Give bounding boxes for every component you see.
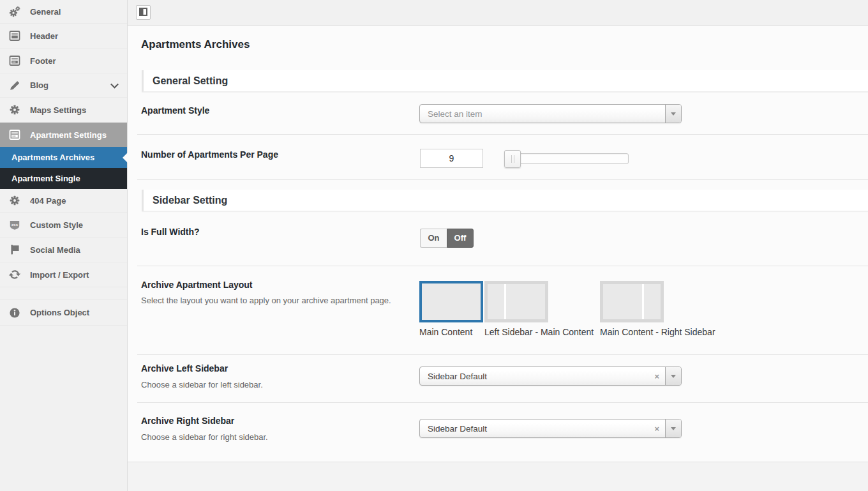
sidebar-item-label: General <box>30 7 61 17</box>
layout-option-label: Main Content - Right Sidebar <box>600 327 721 337</box>
header-icon <box>8 29 21 42</box>
archive-left-sidebar-description: Choose a sidebar for left sidebar. <box>141 380 263 389</box>
sidebar-item-404-page[interactable]: 404 Page <box>0 189 127 213</box>
select-placeholder: Select an item <box>420 109 665 119</box>
sidebar-item-maps-settings[interactable]: Maps Settings <box>0 98 127 123</box>
chevron-down-icon <box>671 427 676 430</box>
sidebar-toggle-button[interactable] <box>136 5 151 20</box>
chevron-down-icon <box>110 80 119 88</box>
gear-icon <box>8 103 21 116</box>
sidebar-item-label: Blog <box>30 80 49 90</box>
sidebar-item-label: Apartments Archives <box>0 153 94 162</box>
archive-layout-label: Archive Apartment Layout <box>141 280 253 290</box>
thumb-content-cell <box>603 284 642 319</box>
svg-text:css: css <box>11 223 19 227</box>
section-title: General Setting <box>144 70 868 91</box>
chevron-down-icon <box>671 112 676 116</box>
sidebar-item-apartments-archives[interactable]: Apartments Archives <box>0 147 127 168</box>
section-header-general-setting: General Setting <box>142 70 868 92</box>
archive-right-sidebar-description: Choose a sidebar for right sidebar. <box>141 432 268 442</box>
gear-icon <box>8 194 21 207</box>
info-icon <box>8 306 21 319</box>
settings-panel: Apartments Archives General Setting Apar… <box>128 26 868 462</box>
layout-thumbnail <box>600 281 664 322</box>
row-divider <box>137 354 868 355</box>
thumb-content-cell <box>506 284 545 319</box>
sidebar-item-label: Custom Style <box>30 220 83 230</box>
sidebar-item-general[interactable]: General <box>0 0 127 24</box>
slider-grip-icon <box>511 155 514 163</box>
panel-icon <box>8 128 21 141</box>
sidebar-item-apartment-single[interactable]: Apartment Single <box>0 168 127 189</box>
dropdown-button[interactable] <box>665 367 681 385</box>
sidebar-item-header[interactable]: Header <box>0 24 127 49</box>
archive-left-sidebar-label: Archive Left Sidebar <box>141 363 228 374</box>
sidebar-item-label: Maps Settings <box>30 105 86 115</box>
section-header-sidebar-setting: Sidebar Setting <box>142 190 868 211</box>
per-page-slider-track[interactable] <box>508 153 629 164</box>
dropdown-button[interactable] <box>665 419 681 437</box>
per-page-input[interactable] <box>420 149 483 168</box>
options-page: General Header <box>0 0 868 491</box>
layout-option-main-content[interactable]: Main Content <box>419 281 484 337</box>
section-title: Sidebar Setting <box>144 190 868 211</box>
footer-icon <box>8 54 21 67</box>
archive-right-sidebar-label: Archive Right Sidebar <box>141 416 234 426</box>
layout-option-label: Main Content <box>419 327 484 337</box>
sidebar-item-label: Apartment Single <box>0 174 80 183</box>
sidebar-item-label: Social Media <box>30 245 80 255</box>
row-divider <box>137 134 868 135</box>
sidebar-item-label: 404 Page <box>30 196 66 206</box>
clear-x-icon[interactable] <box>652 424 665 434</box>
css-badge-icon: css <box>8 218 21 231</box>
layout-thumbnail <box>484 281 548 322</box>
archive-left-sidebar-select[interactable]: Sidebar Default <box>419 366 682 386</box>
row-divider <box>137 179 868 180</box>
apartment-style-label: Apartment Style <box>141 105 209 116</box>
flag-icon <box>8 243 21 256</box>
layout-options: Main Content Left Sidebar - Main Content… <box>419 281 722 337</box>
full-width-label: Is Full Width? <box>141 227 200 237</box>
topbar <box>128 0 868 26</box>
sidebar-item-footer[interactable]: Footer <box>0 49 127 73</box>
clear-x-icon[interactable] <box>652 372 665 381</box>
sync-icon <box>8 268 21 281</box>
dropdown-button[interactable] <box>665 105 681 123</box>
select-value: Sidebar Default <box>420 424 652 434</box>
sidebar-item-custom-style[interactable]: css Custom Style <box>0 213 127 238</box>
chevron-down-icon <box>671 375 676 378</box>
sidebar-item-apartment-settings[interactable]: Apartment Settings <box>0 123 127 147</box>
sidebar-item-label: Header <box>30 31 58 41</box>
thumb-sidebar-cell <box>644 284 661 319</box>
on-button[interactable]: On <box>420 229 447 248</box>
thumb-sidebar-cell <box>488 284 504 319</box>
pencil-icon <box>8 79 21 92</box>
sidebar-item-label: Footer <box>30 56 56 66</box>
per-page-slider-handle[interactable] <box>504 150 521 168</box>
sidebar-spacer <box>0 287 127 300</box>
layout-thumbnail <box>419 281 483 322</box>
current-item-arrow <box>123 153 128 163</box>
per-page-label: Number of Apartments Per Page <box>141 149 278 160</box>
layout-option-label: Left Sidebar - Main Content <box>484 327 599 337</box>
row-divider <box>137 266 868 266</box>
settings-sidebar: General Header <box>0 0 128 491</box>
archive-layout-description: Select the layout you want to apply on y… <box>141 296 391 305</box>
full-width-toggle: On Off <box>420 229 474 248</box>
sidebar-item-label: Options Object <box>30 308 89 317</box>
sidebar-item-import-export[interactable]: Import / Export <box>0 262 127 287</box>
sidebar-item-social-media[interactable]: Social Media <box>0 238 127 262</box>
sidebar-item-label: Import / Export <box>30 270 89 280</box>
sidebar-item-blog[interactable]: Blog <box>0 73 127 98</box>
off-button[interactable]: Off <box>447 229 474 248</box>
archive-right-sidebar-select[interactable]: Sidebar Default <box>419 419 682 438</box>
sidebar-item-label: Apartment Settings <box>30 130 107 140</box>
apartment-style-select[interactable]: Select an item <box>419 104 682 123</box>
sidebar-item-options-object[interactable]: Options Object <box>0 300 127 326</box>
row-divider <box>137 402 868 403</box>
layout-option-main-content-right-sidebar[interactable]: Main Content - Right Sidebar <box>600 281 721 337</box>
gears-icon <box>8 5 21 18</box>
layout-option-left-sidebar-main-content[interactable]: Left Sidebar - Main Content <box>484 281 599 337</box>
sidebar-toggle-icon <box>139 7 147 19</box>
select-value: Sidebar Default <box>420 372 652 381</box>
